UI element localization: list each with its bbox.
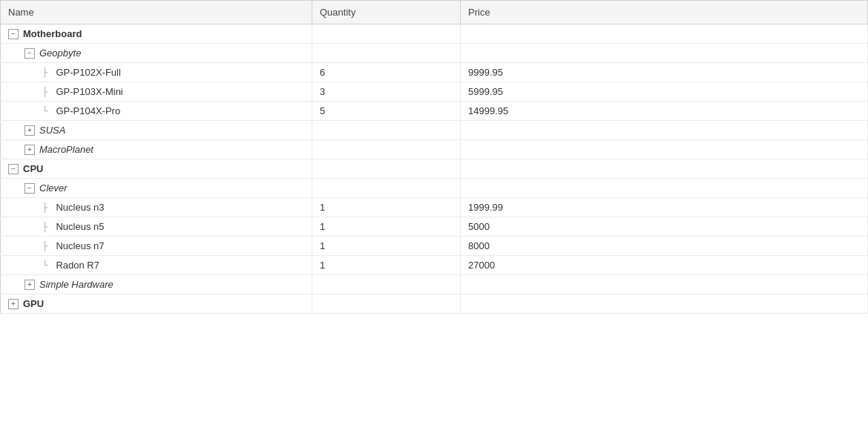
expand-icon[interactable]: + xyxy=(8,299,19,309)
quantity-cell: 1 xyxy=(312,217,461,237)
price-cell: 1999.99 xyxy=(461,198,868,217)
price-cell: 27000 xyxy=(461,256,868,275)
price-cell: 14999.95 xyxy=(461,102,868,121)
quantity-cell xyxy=(312,275,461,294)
tree-connector: ├ xyxy=(42,202,53,213)
name-cell: +SUSA xyxy=(1,121,312,140)
tree-connector: └ xyxy=(42,260,53,271)
collapse-icon[interactable]: − xyxy=(24,48,35,59)
quantity-cell: 5 xyxy=(312,102,461,121)
node-label: MacroPlanet xyxy=(39,144,93,155)
table-row[interactable]: +SUSA xyxy=(1,121,868,140)
name-cell: ├ Nucleus n7 xyxy=(1,237,312,256)
table-row: └ GP-P104X-Pro514999.95 xyxy=(1,102,868,121)
price-cell xyxy=(461,294,868,314)
price-cell: 5999.95 xyxy=(461,82,868,102)
tree-connector: ├ xyxy=(42,222,53,232)
table-row[interactable]: −Geopbyte xyxy=(1,44,868,63)
column-header-price: Price xyxy=(461,1,868,24)
table-row[interactable]: +MacroPlanet xyxy=(1,140,868,159)
node-label: Nucleus n5 xyxy=(56,221,104,232)
name-cell: −CPU xyxy=(1,159,312,179)
name-cell: −Clever xyxy=(1,179,312,198)
table-row[interactable]: −CPU xyxy=(1,159,868,179)
price-cell xyxy=(461,140,868,159)
name-cell: ├ GP-P102X-Full xyxy=(1,63,312,82)
name-cell: +GPU xyxy=(1,294,312,314)
tree-connector: ├ xyxy=(42,67,53,78)
expand-icon[interactable]: + xyxy=(24,145,35,155)
price-cell: 8000 xyxy=(461,237,868,256)
table-row: └ Radon R7127000 xyxy=(1,256,868,275)
node-label: CPU xyxy=(23,163,43,174)
tree-connector: ├ xyxy=(42,87,53,97)
expand-icon[interactable]: + xyxy=(24,280,35,290)
name-cell: └ GP-P104X-Pro xyxy=(1,102,312,121)
table-row[interactable]: +Simple Hardware xyxy=(1,275,868,294)
quantity-cell xyxy=(312,24,461,44)
column-header-quantity: Quantity xyxy=(312,1,461,24)
quantity-cell xyxy=(312,179,461,198)
node-label: Radon R7 xyxy=(56,260,99,271)
name-cell: −Geopbyte xyxy=(1,44,312,63)
name-cell: ├ GP-P103X-Mini xyxy=(1,82,312,102)
quantity-cell xyxy=(312,294,461,314)
quantity-cell: 1 xyxy=(312,237,461,256)
table-row[interactable]: −Motherboard xyxy=(1,24,868,44)
price-cell xyxy=(461,24,868,44)
table-row[interactable]: −Clever xyxy=(1,179,868,198)
quantity-cell: 3 xyxy=(312,82,461,102)
collapse-icon[interactable]: − xyxy=(8,164,19,174)
price-cell xyxy=(461,121,868,140)
collapse-icon[interactable]: − xyxy=(8,29,19,39)
quantity-cell xyxy=(312,44,461,63)
tree-connector: ├ xyxy=(42,241,53,251)
table-row: ├ Nucleus n311999.99 xyxy=(1,198,868,217)
table-row: ├ Nucleus n718000 xyxy=(1,237,868,256)
price-cell xyxy=(461,179,868,198)
quantity-cell xyxy=(312,159,461,179)
node-label: Nucleus n7 xyxy=(56,240,104,251)
table-row: ├ GP-P102X-Full69999.95 xyxy=(1,63,868,82)
node-label: Nucleus n3 xyxy=(56,202,104,213)
node-label: GPU xyxy=(23,298,44,309)
column-header-name: Name xyxy=(1,1,312,24)
product-tree-table: Name Quantity Price −Motherboard−Geopbyt… xyxy=(0,0,868,314)
quantity-cell: 1 xyxy=(312,256,461,275)
node-label: SUSA xyxy=(39,125,65,136)
expand-icon[interactable]: + xyxy=(24,125,35,136)
table-header-row: Name Quantity Price xyxy=(1,1,868,24)
quantity-cell xyxy=(312,140,461,159)
node-label: Motherboard xyxy=(23,28,82,39)
quantity-cell xyxy=(312,121,461,140)
name-cell: ├ Nucleus n5 xyxy=(1,217,312,237)
quantity-cell: 6 xyxy=(312,63,461,82)
table-row: ├ GP-P103X-Mini35999.95 xyxy=(1,82,868,102)
name-cell: └ Radon R7 xyxy=(1,256,312,275)
node-label: Geopbyte xyxy=(39,47,81,59)
name-cell: +Simple Hardware xyxy=(1,275,312,294)
node-label: GP-P104X-Pro xyxy=(56,105,120,116)
price-cell xyxy=(461,275,868,294)
node-label: GP-P103X-Mini xyxy=(56,86,122,97)
price-cell: 5000 xyxy=(461,217,868,237)
node-label: Clever xyxy=(39,182,68,194)
name-cell: +MacroPlanet xyxy=(1,140,312,159)
node-label: GP-P102X-Full xyxy=(56,67,120,78)
name-cell: −Motherboard xyxy=(1,24,312,44)
table-row[interactable]: +GPU xyxy=(1,294,868,314)
quantity-cell: 1 xyxy=(312,198,461,217)
price-cell: 9999.95 xyxy=(461,63,868,82)
tree-connector: └ xyxy=(42,106,53,116)
price-cell xyxy=(461,159,868,179)
collapse-icon[interactable]: − xyxy=(24,183,35,194)
table-row: ├ Nucleus n515000 xyxy=(1,217,868,237)
name-cell: ├ Nucleus n3 xyxy=(1,198,312,217)
price-cell xyxy=(461,44,868,63)
node-label: Simple Hardware xyxy=(39,279,114,290)
